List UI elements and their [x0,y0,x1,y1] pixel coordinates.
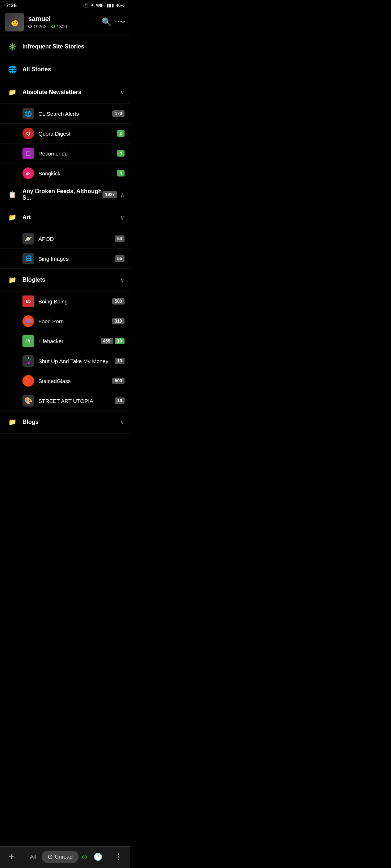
favicon-stained-glass: 🔴 [22,375,34,387]
bluetooth-icon: ✦ [91,3,94,8]
feed-label-stained-glass: StainedGlass [38,378,112,384]
activity-icon[interactable]: 〜 [117,17,125,27]
status-icons: 📳 ✦ WiFi ▮▮▮ 46% [83,3,125,8]
feed-count-songkick: 4 [117,170,125,176]
feed-shut-up[interactable]: 🦹 Shut Up And Take My Money 13 [0,351,130,371]
feed-count-bing: 55 [115,255,125,262]
status-time: 7:36 [6,2,17,8]
feed-stained-glass[interactable]: 🔴 StainedGlass 500 [0,371,130,391]
favicon-apod: 🪐 [22,233,34,244]
vibrate-icon: 📳 [83,3,89,8]
folder-blogs[interactable]: 📁 Blogs ∨ [0,411,130,434]
folder-any-broken-feeds[interactable]: 📋 Any Broken Feeds, Although S... 1927 ∧ [0,183,130,206]
count-dot-2 [51,25,55,28]
feed-food-porn[interactable]: 👾 Food Porn 310 [0,311,130,331]
feed-label-shut-up: Shut Up And Take My Money [38,358,115,364]
feed-count-recomendo: 4 [117,150,125,157]
feed-count-food-porn: 310 [112,318,125,324]
feed-songkick[interactable]: sk Songkick 4 [0,163,130,183]
all-stories-item[interactable]: 🌐 All Stories [0,58,130,81]
header-counts: 19262 1306 [28,24,102,29]
folder-label-art: Art [19,214,120,221]
feed-label-cl: CL Search Alerts [38,111,112,117]
feed-count-quora: 2 [117,130,125,137]
battery-text: 46% [116,3,125,8]
favicon-bing: ᗺ [22,253,34,264]
feed-label-songkick: Songkick [38,170,117,176]
chevron-art: ∨ [120,214,125,221]
favicon-quora: Q [22,128,34,139]
feed-apod[interactable]: 🪐 APOD 54 [0,229,130,249]
folder-label-absolute: Absolute Newsletters [19,89,120,95]
status-bar: 7:36 📳 ✦ WiFi ▮▮▮ 46% [0,0,130,10]
chevron-blogs: ∨ [120,419,125,426]
folder-bloglets[interactable]: 📁 Bloglets ∨ [0,269,130,292]
folder-art[interactable]: 📁 Art ∨ [0,206,130,229]
feed-count-lifehacker-2: 10 [115,338,125,344]
feed-list: ✳️ Infrequent Site Stories 🌐 All Stories… [0,35,130,459]
folder-label-broken: Any Broken Feeds, Although S... [19,188,102,201]
feed-cl-search-alerts[interactable]: 🌐 CL Search Alerts 170 [0,104,130,124]
folder-label-bloglets: Bloglets [19,277,120,283]
favicon-bb: bb [22,295,34,307]
folder-icon-art: 📁 [6,211,19,224]
feed-count-apod: 54 [115,235,125,242]
infrequent-stories-item[interactable]: ✳️ Infrequent Site Stories [0,35,130,58]
wifi-icon: WiFi [96,3,105,8]
folder-icon-broken: 📋 [6,188,19,201]
favicon-songkick: sk [22,167,34,179]
favicon-shut-up: 🦹 [22,355,34,367]
favicon-cl: 🌐 [22,108,34,119]
folder-badge-broken: 1927 [102,191,117,198]
feed-label-food-porn: Food Porn [38,318,112,324]
avatar-image: 🧑 [5,13,24,31]
feed-street-art-utopia[interactable]: 🎨 STREET ART UTOPIA 19 [0,391,130,411]
chevron-bloglets: ∨ [120,277,125,284]
feed-count-stained-glass: 500 [112,378,125,384]
folder-icon-bloglets: 📁 [6,273,19,286]
infrequent-label: Infrequent Site Stories [19,43,84,50]
folder-label-blogs: Blogs [19,419,120,425]
avatar[interactable]: 🧑 [5,13,24,31]
feed-count-bb: 500 [112,298,125,305]
favicon-lifehacker: lh [22,335,34,347]
feed-counts-lifehacker: 469 10 [101,338,125,344]
count-item-1: 19262 [28,24,46,29]
signal-icon: ▮▮▮ [106,3,114,8]
favicon-sau: 🎨 [22,395,34,407]
feed-count-lifehacker-1: 469 [101,338,113,344]
feed-label-bb: Boing Boing [38,298,112,305]
feed-quora-digest[interactable]: Q Quora Digest 2 [0,124,130,144]
favicon-food-porn: 👾 [22,315,34,327]
username: samuel [28,15,102,23]
feed-count-shut-up: 13 [115,358,125,364]
feed-label-sau: STREET ART UTOPIA [38,398,115,404]
all-stories-icon: 🌐 [6,63,19,76]
feed-recomendo[interactable]: □ Recomendo 4 [0,144,130,163]
feed-bing-images[interactable]: ᗺ Bing Images 55 [0,249,130,269]
chevron-broken: ∧ [120,191,125,198]
folder-icon-blogs: 📁 [6,416,19,429]
header: 🧑 samuel 19262 1306 🔍 〜 [0,10,130,35]
feed-count-sau: 19 [115,397,125,404]
feed-label-recomendo: Recomendo [38,150,117,157]
folder-absolute-newsletters[interactable]: 📁 Absolute Newsletters ∨ [0,81,130,104]
chevron-absolute: ∨ [120,89,125,96]
feed-count-cl: 170 [112,110,125,117]
count-value-2: 1306 [56,24,67,29]
feed-lifehacker[interactable]: lh Lifehacker 469 10 [0,331,130,351]
feed-label-lifehacker: Lifehacker [38,338,101,344]
feed-label-bing: Bing Images [38,256,115,262]
count-value-1: 19262 [33,24,46,29]
folder-icon-absolute: 📁 [6,86,19,99]
feed-boing-boing[interactable]: bb Boing Boing 500 [0,292,130,311]
infrequent-icon: ✳️ [6,40,19,53]
count-dot-1 [28,25,32,28]
favicon-recomendo: □ [22,148,34,159]
header-actions: 🔍 〜 [102,17,125,27]
feed-label-apod: APOD [38,236,115,242]
search-icon[interactable]: 🔍 [102,17,112,27]
all-stories-label: All Stories [19,66,51,73]
header-info: samuel 19262 1306 [24,15,102,29]
count-item-2: 1306 [51,24,67,29]
